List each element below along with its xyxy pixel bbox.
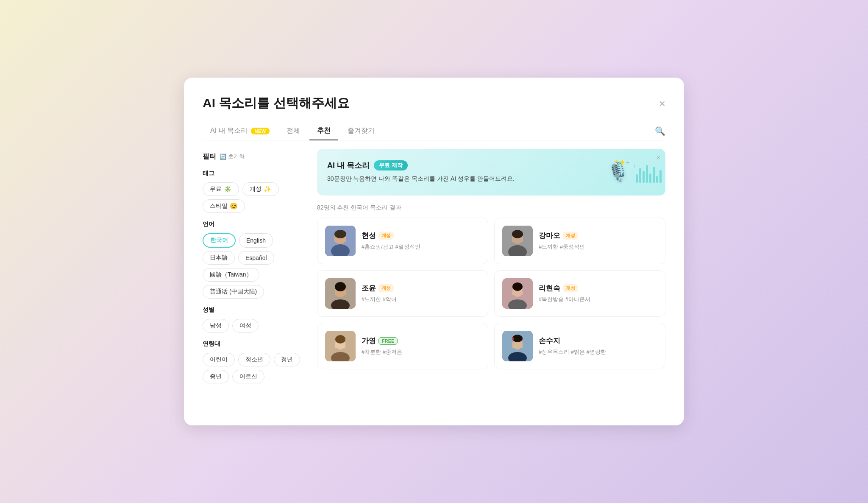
- age-chip-teen[interactable]: 청소년: [238, 353, 270, 366]
- age-chip-middle[interactable]: 중년: [203, 370, 229, 383]
- tab-all[interactable]: 전체: [279, 122, 308, 140]
- voice-tags-gayeong: #차분한 #중저음: [362, 348, 480, 356]
- voice-name-joyun: 조윤: [362, 283, 376, 293]
- banner-description: 30문장만 녹음하면 나와 똑같은 목소리를 가진 AI 성우를 만들어드려요.: [327, 174, 613, 183]
- tag-chip-style[interactable]: 스타일 😊: [203, 199, 245, 213]
- language-section-label: 언어: [203, 221, 303, 228]
- tag-chip-personality[interactable]: 개성 ✨: [242, 182, 279, 196]
- lang-chip-taiwanese[interactable]: 國語（Taiwan）: [203, 268, 259, 282]
- lang-chip-korean[interactable]: 한국어: [203, 233, 236, 248]
- modal: AI 목소리를 선택해주세요 × AI 내 목소리 NEW 전체 추천 즐겨찾기…: [184, 78, 684, 425]
- age-chip-child[interactable]: 어린이: [203, 353, 235, 366]
- voice-badge-gayeong: FREE: [378, 337, 398, 345]
- tab-favorites[interactable]: 즐겨찾기: [340, 122, 382, 140]
- close-button[interactable]: ×: [659, 98, 665, 109]
- svg-rect-13: [335, 291, 346, 295]
- svg-rect-18: [512, 291, 523, 295]
- svg-rect-30: [512, 338, 514, 340]
- language-chips: 한국어 English 日本語 Español 國語（Taiwan） 普通话 (…: [203, 233, 303, 299]
- results-count: 82명의 추천 한국어 목소리 결과: [317, 204, 665, 212]
- avatar-gangmao: [502, 226, 533, 256]
- tabs-bar: AI 내 목소리 NEW 전체 추천 즐겨찾기 🔍: [203, 122, 665, 140]
- avatar-lihyunsuk: [502, 278, 533, 309]
- voice-grid: 현성 개성 #홈쇼핑/광고 #열정적인: [317, 218, 665, 369]
- main-content: 필터 🔄 초기화 태그 무료 ✳️ 개성 ✨ 스타일 �: [203, 140, 665, 385]
- lang-chip-japanese[interactable]: 日本語: [203, 251, 235, 265]
- tag-section-label: 태그: [203, 170, 303, 177]
- banner-close-button[interactable]: ×: [657, 154, 660, 162]
- avatar-sonsujee: [502, 331, 533, 361]
- lang-chip-english[interactable]: English: [239, 233, 273, 248]
- voice-card-joyun[interactable]: 조윤 개성 #느끼한 #악녀: [317, 270, 488, 317]
- modal-header: AI 목소리를 선택해주세요 ×: [203, 95, 665, 112]
- svg-point-19: [512, 282, 523, 291]
- svg-rect-23: [335, 344, 345, 348]
- avatar-hyeonseong: [325, 226, 356, 256]
- voice-tags-hyeonseong: #홈쇼핑/광고 #열정적인: [362, 243, 480, 251]
- svg-point-14: [335, 282, 346, 291]
- voice-tags-lihyunsuk: #북한방송 #아나운서: [539, 296, 657, 303]
- reset-button[interactable]: 🔄 초기화: [220, 153, 245, 160]
- filter-title: 필터: [203, 152, 216, 161]
- gender-chip-female[interactable]: 여성: [232, 319, 259, 333]
- voice-card-hyeonseong[interactable]: 현성 개성 #홈쇼핑/광고 #열정적인: [317, 218, 488, 264]
- right-panel: AI 내 목소리 무료 제작 30문장만 녹음하면 나와 똑같은 목소리를 가진…: [313, 140, 665, 385]
- banner-title: AI 내 목소리: [327, 160, 370, 170]
- gender-chip-male[interactable]: 남성: [203, 319, 229, 333]
- voice-name-hyeonseong: 현성: [362, 231, 376, 240]
- voice-card-sonsujee[interactable]: 손수지 #성우목소리 #밝은 #명랑한: [494, 323, 665, 369]
- tab-my-voice[interactable]: AI 내 목소리 NEW: [203, 122, 277, 140]
- age-section-label: 연령대: [203, 340, 303, 348]
- filter-header: 필터 🔄 초기화: [203, 152, 303, 161]
- svg-rect-28: [512, 344, 523, 348]
- voice-badge-gangmao: 개성: [563, 232, 578, 240]
- tag-chip-free[interactable]: 무료 ✳️: [203, 182, 239, 196]
- age-chip-elder[interactable]: 어르신: [232, 370, 264, 383]
- gender-chips: 남성 여성: [203, 319, 303, 333]
- voice-card-gayeong[interactable]: 가영 FREE #차분한 #중저음: [317, 323, 488, 369]
- voice-name-sonsujee: 손수지: [539, 336, 560, 346]
- svg-point-24: [335, 335, 345, 344]
- voice-card-lihyunsuk[interactable]: 리현숙 개성 #북한방송 #아나운서: [494, 270, 665, 317]
- avatar-gayeong: [325, 331, 356, 361]
- voice-name-lihyunsuk: 리현숙: [539, 283, 560, 293]
- voice-card-gangmao[interactable]: 강마오 개성 #느끼한 #중성적인: [494, 218, 665, 264]
- age-chip-young[interactable]: 청년: [274, 353, 300, 366]
- svg-point-9: [512, 230, 523, 238]
- wave-bars: [636, 162, 662, 183]
- tag-chips: 무료 ✳️ 개성 ✨ 스타일 😊: [203, 182, 303, 213]
- sidebar: 필터 🔄 초기화 태그 무료 ✳️ 개성 ✨ 스타일 �: [203, 140, 313, 385]
- voice-badge-lihyunsuk: 개성: [563, 284, 578, 292]
- svg-point-4: [334, 230, 346, 238]
- voice-badge-joyun: 개성: [378, 284, 394, 292]
- voice-name-gangmao: 강마오: [539, 231, 560, 240]
- banner-image: ✦ ✦ 🎙️ + +: [613, 157, 655, 187]
- age-chips: 어린이 청소년 청년 중년 어르신: [203, 353, 303, 383]
- search-icon[interactable]: 🔍: [655, 126, 665, 136]
- gender-section-label: 성별: [203, 306, 303, 314]
- new-badge: NEW: [251, 128, 269, 134]
- voice-tags-gangmao: #느끼한 #중성적인: [539, 243, 657, 251]
- tab-recommended[interactable]: 추천: [309, 122, 338, 140]
- ai-voice-banner[interactable]: AI 내 목소리 무료 제작 30문장만 녹음하면 나와 똑같은 목소리를 가진…: [317, 149, 665, 196]
- lang-chip-chinese[interactable]: 普通话 (中国大陆): [203, 285, 264, 299]
- voice-badge-hyeonseong: 개성: [378, 232, 394, 240]
- avatar-joyun: [325, 278, 356, 309]
- modal-title: AI 목소리를 선택해주세요: [203, 95, 350, 112]
- voice-name-gayeong: 가영: [362, 336, 376, 346]
- lang-chip-spanish[interactable]: Español: [238, 251, 274, 265]
- voice-tags-joyun: #느끼한 #악녀: [362, 296, 480, 303]
- banner-free-badge: 무료 제작: [374, 160, 408, 170]
- voice-tags-sonsujee: #성우목소리 #밝은 #명랑한: [539, 348, 657, 356]
